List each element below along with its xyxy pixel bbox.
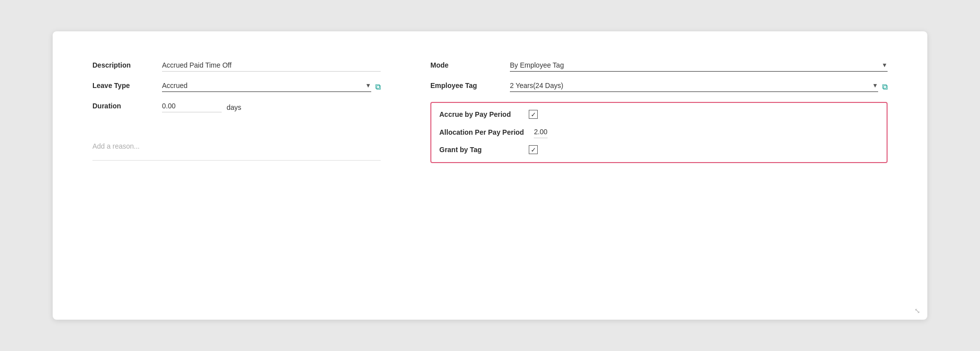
leave-type-dropdown[interactable]: Accrued ▼ xyxy=(162,82,371,92)
grant-checkbox-container: ✓ xyxy=(529,145,879,154)
employee-tag-external-link-icon[interactable]: ⧉ xyxy=(882,83,888,91)
accrue-label: Accrue by Pay Period xyxy=(439,110,519,120)
mode-row: Mode By Employee Tag ▼ xyxy=(430,61,888,72)
form-layout: Description Accrued Paid Time Off Leave … xyxy=(92,61,888,163)
description-row: Description Accrued Paid Time Off xyxy=(92,61,381,72)
allocation-value-container: 2.00 xyxy=(534,128,879,136)
left-section: Description Accrued Paid Time Off Leave … xyxy=(92,61,381,163)
leave-type-row: Leave Type Accrued ▼ ⧉ xyxy=(92,82,381,92)
leave-type-external-link-icon[interactable]: ⧉ xyxy=(375,83,381,91)
form-card: Description Accrued Paid Time Off Leave … xyxy=(53,31,927,320)
leave-type-label: Leave Type xyxy=(92,82,152,89)
grant-checkbox[interactable]: ✓ xyxy=(529,145,538,154)
mode-container: By Employee Tag ▼ xyxy=(510,61,888,72)
leave-type-arrow-icon: ▼ xyxy=(365,82,371,89)
employee-tag-label: Employee Tag xyxy=(430,82,500,89)
duration-input[interactable] xyxy=(162,102,222,112)
employee-tag-dropdown[interactable]: 2 Years(24 Days) ▼ xyxy=(510,82,878,92)
mode-value: By Employee Tag xyxy=(510,61,879,69)
duration-row: Duration days xyxy=(92,102,381,112)
duration-label: Duration xyxy=(92,102,152,110)
duration-unit: days xyxy=(227,103,242,111)
highlighted-section: Accrue by Pay Period ✓ Allocation Per Pa… xyxy=(430,102,888,163)
leave-type-container: Accrued ▼ ⧉ xyxy=(162,82,381,92)
right-section: Mode By Employee Tag ▼ Employee Tag 2 Ye… xyxy=(430,61,888,163)
allocation-label: Allocation Per Pay Period xyxy=(439,128,524,138)
description-label: Description xyxy=(92,61,152,69)
mode-arrow-icon: ▼ xyxy=(882,62,888,69)
mode-label: Mode xyxy=(430,61,500,69)
description-value: Accrued Paid Time Off xyxy=(162,61,381,72)
grant-checkmark: ✓ xyxy=(531,146,536,154)
employee-tag-container: 2 Years(24 Days) ▼ ⧉ xyxy=(510,82,888,92)
grant-row: Grant by Tag ✓ xyxy=(439,145,879,155)
mode-dropdown[interactable]: By Employee Tag ▼ xyxy=(510,61,888,72)
bottom-divider xyxy=(92,160,381,161)
employee-tag-value: 2 Years(24 Days) xyxy=(510,82,869,89)
reason-placeholder[interactable]: Add a reason... xyxy=(92,142,381,150)
employee-tag-arrow-icon: ▼ xyxy=(872,82,878,89)
leave-type-value: Accrued xyxy=(162,82,362,89)
accrue-row: Accrue by Pay Period ✓ xyxy=(439,110,879,120)
accrue-checkmark: ✓ xyxy=(531,111,536,118)
allocation-row: Allocation Per Pay Period 2.00 xyxy=(439,128,879,138)
accrue-checkbox-container: ✓ xyxy=(529,110,879,119)
duration-container: days xyxy=(162,102,242,112)
grant-label: Grant by Tag xyxy=(439,145,519,155)
allocation-value: 2.00 xyxy=(534,128,547,138)
accrue-checkbox[interactable]: ✓ xyxy=(529,110,538,119)
employee-tag-row: Employee Tag 2 Years(24 Days) ▼ ⧉ xyxy=(430,82,888,92)
resize-handle-icon[interactable]: ⤡ xyxy=(914,307,920,315)
